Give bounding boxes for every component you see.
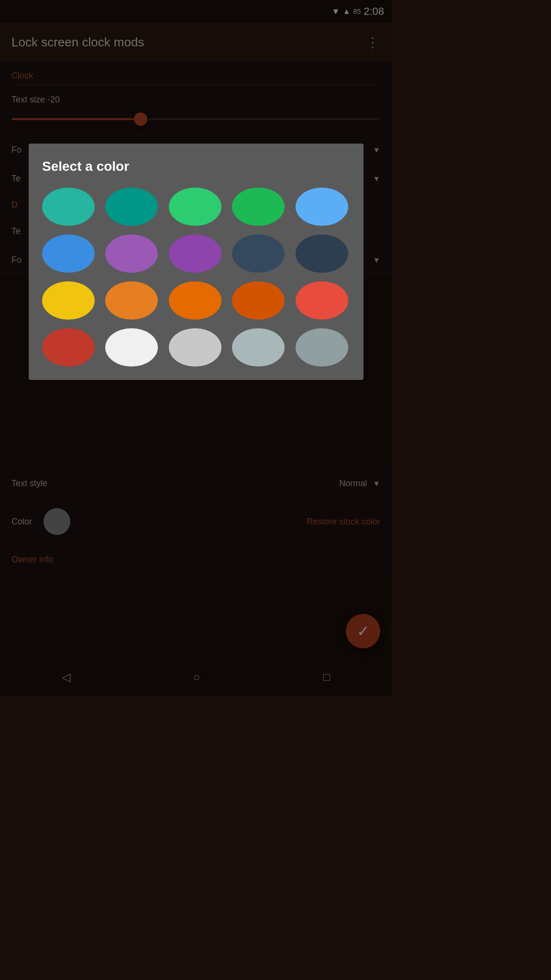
color-option-blue-light[interactable] (296, 188, 348, 226)
color-option-green-medium[interactable] (169, 188, 221, 226)
color-option-navy-dark[interactable] (296, 234, 348, 273)
color-option-green-dark[interactable] (232, 188, 285, 226)
color-option-navy-medium[interactable] (232, 234, 285, 273)
color-option-gray-light[interactable] (169, 328, 221, 367)
color-option-teal-medium[interactable] (42, 188, 95, 226)
color-option-purple-light[interactable] (105, 234, 158, 273)
dialog-overlay[interactable]: Select a color (0, 0, 392, 696)
color-option-orange-dark[interactable] (232, 281, 285, 320)
color-option-teal-dark[interactable] (105, 188, 158, 226)
color-option-purple-medium[interactable] (169, 234, 221, 273)
color-option-gray-medium[interactable] (232, 328, 285, 367)
color-option-red-dark[interactable] (42, 328, 95, 367)
color-dialog: Select a color (29, 144, 364, 380)
color-option-orange-medium[interactable] (169, 281, 221, 320)
color-grid (42, 188, 350, 367)
dialog-title: Select a color (42, 159, 350, 174)
color-option-orange-light[interactable] (105, 281, 158, 320)
color-option-yellow[interactable] (42, 281, 95, 320)
color-option-red-light[interactable] (296, 281, 348, 320)
color-option-white[interactable] (105, 328, 158, 367)
color-option-gray-dark[interactable] (296, 328, 348, 367)
color-option-blue-medium[interactable] (42, 234, 95, 273)
